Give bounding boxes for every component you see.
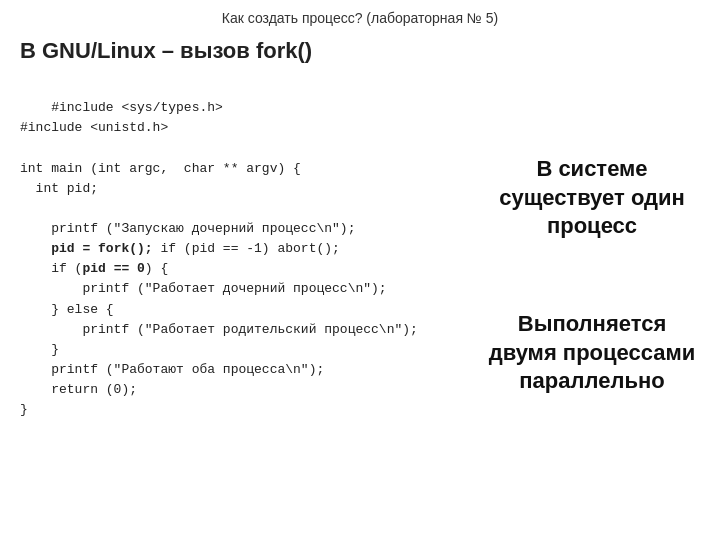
code-line-3: int main (int argc, char ** argv) { <box>20 161 301 176</box>
page-subtitle: В GNU/Linux – вызов fork() <box>20 38 700 64</box>
code-line-4: int pid; <box>20 181 98 196</box>
code-line-11: } <box>20 342 59 357</box>
code-line-13: return (0); <box>20 382 137 397</box>
code-line-8: printf ("Работает дочерний процесс\n"); <box>20 281 387 296</box>
page-title: Как создать процесс? (лабораторная № 5) <box>20 10 700 26</box>
code-line-7: if (pid == 0) { <box>20 261 168 276</box>
code-line-9: } else { <box>20 302 114 317</box>
code-line-14: } <box>20 402 28 417</box>
page-container: Как создать процесс? (лабораторная № 5) … <box>0 0 720 540</box>
code-line-12: printf ("Работают оба процесса\n"); <box>20 362 324 377</box>
code-line-10: printf ("Работает родительский процесс\n… <box>20 322 418 337</box>
code-line-6: pid = fork(); if (pid == -1) abort(); <box>20 241 340 256</box>
code-block: #include <sys/types.h> #include <unistd.… <box>20 78 700 441</box>
code-line-1: #include <sys/types.h> <box>51 100 223 115</box>
code-line-2: #include <unistd.h> <box>20 120 168 135</box>
code-line-5: printf ("Запускаю дочерний процесс\n"); <box>20 221 355 236</box>
